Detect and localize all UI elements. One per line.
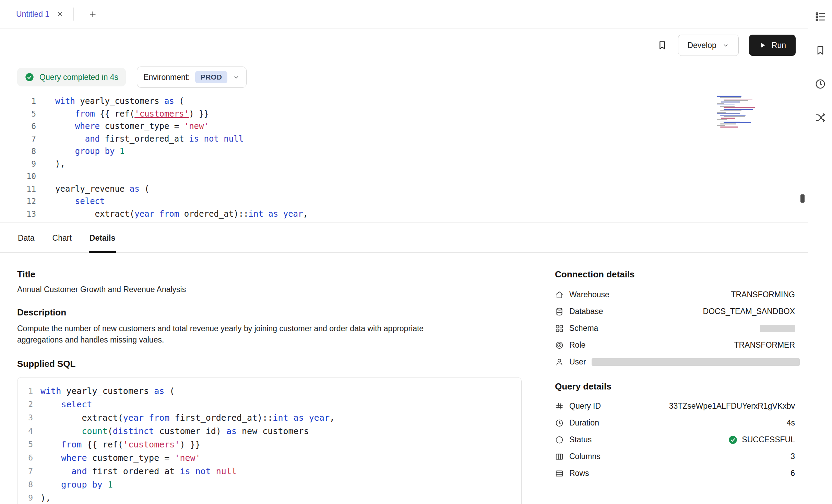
minimap-line [717, 105, 735, 106]
detail-row-columns: Columns3 [555, 448, 795, 465]
details-right-column: Connection details WarehouseTRANSFORMING… [555, 269, 795, 504]
description-heading: Description [17, 307, 522, 317]
columns-icon [555, 452, 564, 461]
run-label: Run [772, 41, 786, 50]
minimap-line [717, 125, 725, 126]
code-line: 1with yearly_customers as ( [0, 95, 808, 108]
develop-dropdown[interactable]: Develop [678, 35, 738, 56]
line-number: 10 [0, 170, 36, 183]
row-label: Role [569, 340, 585, 350]
tab-divider [73, 8, 74, 21]
code-text: where customer_type = 'new' [40, 451, 201, 465]
row-value: 4s [787, 418, 795, 428]
warehouse-icon [555, 290, 564, 299]
detail-row-role: RoleTRANSFORMER [555, 337, 795, 353]
redacted-value [592, 358, 800, 366]
environment-selector[interactable]: Environment: PROD [137, 67, 247, 88]
code-text: group by 1 [55, 145, 124, 158]
user-icon [555, 358, 564, 367]
bookmark-icon [815, 45, 826, 56]
line-number: 7 [17, 465, 33, 478]
code-text: select [55, 195, 105, 208]
chevron-down-icon [233, 73, 240, 81]
sql-editor[interactable]: 1with yearly_customers as (5 from {{ ref… [0, 92, 808, 223]
code-text: select [40, 398, 92, 411]
row-label: Rows [569, 469, 589, 478]
code-line: 5 from {{ ref('customers') }} [17, 438, 521, 451]
toolbar: Develop Run [0, 28, 808, 62]
line-number: 7 [0, 133, 36, 145]
app-root: Untitled 1 Develop Run Query completed i… [0, 0, 832, 504]
code-text: group by 1 [40, 478, 113, 491]
run-button[interactable]: Run [749, 35, 796, 56]
code-line: 10 [0, 170, 808, 183]
detail-row-duration: Duration4s [555, 415, 795, 431]
minimap-line [720, 115, 746, 116]
row-label: Duration [569, 418, 599, 428]
tab-data[interactable]: Data [17, 233, 35, 252]
query-status-text: Query completed in 4s [39, 73, 118, 82]
environment-label: Environment: [143, 73, 190, 82]
editor-scrollbar[interactable] [800, 194, 805, 203]
tab-untitled-1[interactable]: Untitled 1 [0, 0, 73, 28]
panel-bookmarks[interactable] [812, 43, 828, 58]
code-line: 8 group by 1 [17, 478, 521, 491]
panel-lineage[interactable] [812, 110, 828, 125]
play-icon [759, 41, 767, 49]
row-value: SUCCESSFUL [728, 435, 795, 445]
row-label: Schema [569, 324, 598, 333]
schema-icon [555, 324, 564, 333]
panel-history[interactable] [812, 76, 828, 92]
detail-row-warehouse: WarehouseTRANSFORMING [555, 286, 795, 303]
line-number: 4 [17, 424, 33, 438]
main-area: Untitled 1 Develop Run Query completed i… [0, 0, 808, 504]
code-line: 12 select [0, 195, 808, 208]
code-line: 2 select [17, 398, 521, 411]
bookmark-icon[interactable] [657, 40, 668, 51]
code-text: with yearly_customers as ( [40, 384, 175, 398]
code-line: 7 and first_ordered_at is not null [0, 133, 808, 145]
minimap-line [724, 100, 748, 101]
tab-close-icon[interactable] [56, 10, 64, 18]
line-number: 9 [17, 491, 33, 504]
minimap-line [720, 127, 738, 128]
minimap-line [717, 119, 727, 120]
line-number: 5 [17, 438, 33, 451]
details-left-column: Title Annual Customer Growth and Revenue… [17, 269, 522, 504]
supplied-sql-heading: Supplied SQL [17, 359, 522, 369]
row-label: Columns [569, 452, 601, 461]
line-number: 13 [0, 208, 36, 220]
row-label: Status [569, 435, 592, 444]
tab-details[interactable]: Details [89, 233, 116, 252]
code-line: 7 and first_ordered_at is not null [17, 465, 521, 478]
code-line: 4 count(distinct customer_id) as new_cus… [17, 424, 521, 438]
panel-file-list[interactable] [812, 9, 828, 25]
minimap-line [717, 96, 741, 97]
detail-row-status: StatusSUCCESSFUL [555, 431, 795, 448]
lineage-icon [815, 112, 826, 123]
supplied-sql-block: 1with yearly_customers as (2 select3 ext… [17, 377, 522, 504]
code-text: where customer_type = 'new' [55, 120, 209, 133]
minimap-line [720, 121, 740, 122]
code-text: from {{ ref('customers') }} [40, 438, 201, 451]
row-label: User [569, 357, 586, 367]
redacted-value [760, 325, 795, 332]
new-tab-button[interactable] [87, 9, 98, 19]
detail-row-database: DatabaseDOCS_TEAM_SANDBOX [555, 303, 795, 320]
minimap-line [724, 99, 752, 100]
chevron-down-icon [722, 41, 729, 49]
editor-lines: 1with yearly_customers as (5 from {{ ref… [0, 95, 808, 220]
code-line: 13 extract(year from ordered_at)::int as… [0, 208, 808, 220]
title-value: Annual Customer Growth and Revenue Analy… [17, 285, 522, 294]
line-number: 6 [0, 120, 36, 133]
connection-details-rows: WarehouseTRANSFORMINGDatabaseDOCS_TEAM_S… [555, 286, 795, 370]
minimap-line [724, 122, 751, 123]
line-number: 12 [0, 195, 36, 208]
minimap-line [724, 116, 745, 117]
code-text: yearly_revenue as ( [55, 183, 150, 195]
role-icon [555, 341, 564, 350]
editor-minimap[interactable] [717, 96, 757, 128]
file-list-icon [815, 11, 826, 23]
tab-chart[interactable]: Chart [52, 233, 72, 252]
details-panel: Title Annual Customer Growth and Revenue… [0, 253, 808, 504]
